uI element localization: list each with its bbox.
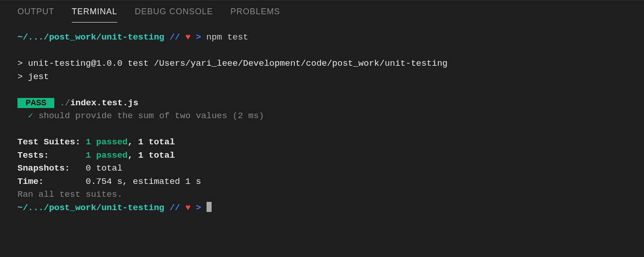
prompt-separator: // [170, 32, 180, 42]
prompt-cwd: ~/.../post_work/unit-testing [17, 32, 164, 42]
command-text: npm test [207, 32, 248, 42]
snapshots-label: Snapshots: [17, 163, 86, 173]
panel-tabs: OUTPUT TERMINAL DEBUG CONSOLE PROBLEMS [0, 0, 644, 23]
time-label: Time: [17, 177, 86, 187]
pass-badge: PASS [17, 98, 54, 108]
tests-total: , 1 total [127, 150, 175, 160]
tab-terminal[interactable]: TERMINAL [72, 7, 117, 23]
tests-label: Tests: [17, 150, 86, 160]
tab-debug-console[interactable]: DEBUG CONSOLE [135, 7, 213, 23]
suites-label: Test Suites: [17, 137, 86, 147]
tab-output[interactable]: OUTPUT [17, 7, 54, 23]
prompt-separator-2: // [170, 203, 180, 213]
test-description: should provide the sum of two values (2 … [33, 111, 264, 121]
suites-total: , 1 total [127, 137, 175, 147]
bottom-panel: OUTPUT TERMINAL DEBUG CONSOLE PROBLEMS ~… [0, 0, 644, 214]
snapshots-value: 0 total [86, 163, 122, 173]
tab-problems[interactable]: PROBLEMS [230, 7, 280, 23]
heart-icon: ♥ [185, 32, 190, 42]
terminal-cursor [207, 202, 212, 212]
tests-passed: 1 passed [86, 150, 127, 160]
test-file-prefix: ./ [54, 98, 70, 108]
prompt-arrow: > [196, 32, 201, 42]
time-value: 0.754 s, estimated 1 s [86, 177, 201, 187]
prompt-arrow-2: > [196, 203, 201, 213]
heart-icon-2: ♥ [185, 203, 190, 213]
check-icon: ✓ [28, 111, 33, 121]
prompt-cwd-2: ~/.../post_work/unit-testing [17, 203, 164, 213]
test-file-name: index.test.js [70, 98, 138, 108]
npm-header-line: > unit-testing@1.0.0 test /Users/yari_le… [17, 58, 448, 69]
test-line-indent [17, 111, 28, 121]
suites-passed: 1 passed [86, 137, 127, 147]
terminal-body[interactable]: ~/.../post_work/unit-testing // ♥ > npm … [0, 23, 644, 214]
npm-runner-line: > jest [17, 72, 49, 82]
footer-line: Ran all test suites. [17, 189, 122, 200]
